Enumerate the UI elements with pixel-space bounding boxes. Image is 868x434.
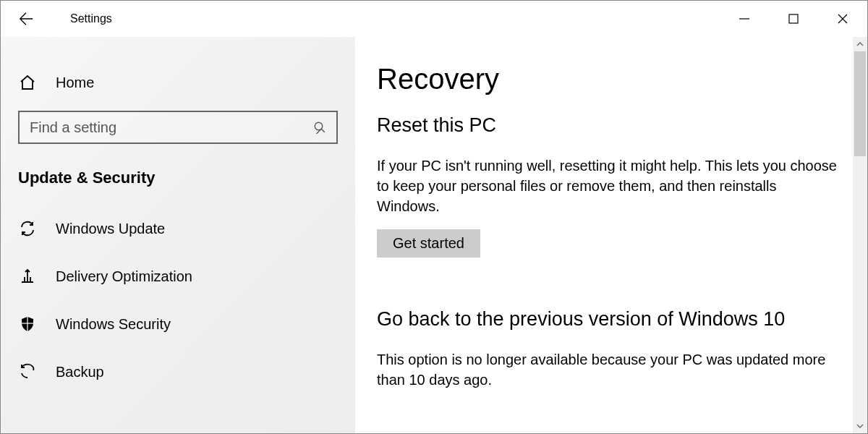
scrollbar[interactable]	[853, 37, 867, 433]
sidebar-item-label: Backup	[56, 364, 104, 380]
sidebar-category: Update & Security	[1, 157, 355, 210]
chevron-down-icon	[856, 422, 864, 430]
minimize-icon	[739, 14, 749, 24]
minimize-button[interactable]	[720, 1, 769, 37]
sidebar-home[interactable]: Home	[1, 64, 355, 101]
scroll-track[interactable]	[853, 51, 867, 419]
back-button[interactable]	[18, 1, 50, 37]
section-body-reset: If your PC isn't running well, resetting…	[377, 156, 840, 216]
sidebar-item-windows-security[interactable]: Windows Security	[1, 306, 355, 342]
section-title-reset: Reset this PC	[377, 114, 846, 137]
sidebar-item-delivery-optimization[interactable]: Delivery Optimization	[1, 258, 355, 294]
arrow-left-icon	[18, 11, 34, 27]
sidebar-item-windows-update[interactable]: Windows Update	[1, 210, 355, 247]
sidebar-item-label: Windows Security	[56, 316, 171, 333]
titlebar: Settings	[1, 1, 867, 37]
svg-rect-1	[789, 14, 798, 23]
section-body-goback: This option is no longer available becau…	[377, 349, 840, 390]
maximize-icon	[788, 14, 799, 24]
backup-icon	[18, 362, 37, 381]
close-icon	[838, 14, 848, 24]
window-title: Settings	[70, 12, 112, 25]
search-container	[1, 111, 355, 157]
sync-icon	[18, 219, 37, 238]
chevron-up-icon	[856, 41, 864, 48]
page-title: Recovery	[377, 63, 846, 95]
get-started-button[interactable]: Get started	[377, 229, 480, 258]
search-icon	[313, 121, 326, 134]
maximize-button[interactable]	[769, 1, 818, 37]
delivery-icon	[18, 267, 37, 286]
search-box[interactable]	[18, 111, 338, 144]
sidebar-item-label: Delivery Optimization	[56, 268, 192, 285]
shield-icon	[18, 315, 37, 333]
scroll-down-button[interactable]	[853, 419, 867, 433]
sidebar: Home Update & Security Windows Update	[1, 37, 355, 433]
sidebar-item-label: Windows Update	[56, 221, 165, 237]
window-controls	[720, 1, 867, 37]
main-panel: Recovery Reset this PC If your PC isn't …	[355, 37, 867, 433]
search-input[interactable]	[30, 119, 313, 136]
sidebar-item-backup[interactable]: Backup	[1, 354, 355, 390]
section-title-goback: Go back to the previous version of Windo…	[377, 308, 846, 331]
sidebar-home-label: Home	[56, 75, 94, 91]
close-button[interactable]	[818, 1, 867, 37]
content-area: Home Update & Security Windows Update	[1, 37, 867, 433]
scroll-thumb[interactable]	[854, 51, 866, 156]
home-icon	[18, 73, 37, 92]
scroll-up-button[interactable]	[853, 37, 867, 51]
